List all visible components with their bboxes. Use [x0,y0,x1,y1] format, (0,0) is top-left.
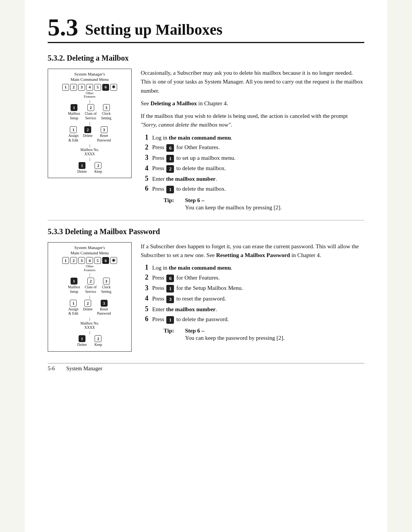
steps-list-532: 1 Log in the main command menu. 2 Press … [141,133,364,193]
bottom-box-delete-533: 1 [79,335,85,342]
step-text-2: Press 6 for Other Features. [152,144,364,152]
main-menu-row-532: 1 2 3 4 5 6 ✱ [51,84,128,91]
text-col-532: Occasionally, a Subscriber may ask you t… [141,69,364,211]
bottom-label-keep-533: Keep [94,343,102,347]
menu-item-533-6-filled: 6 [102,257,109,264]
tip-content-532: Step 6 – You can keep the mailbox by pre… [185,197,364,211]
bottom-delete-532: 1 Delete [77,162,87,174]
menu-item-4: 4 [86,84,93,91]
text-col-533: If a Subscriber does happen to forget it… [141,242,364,352]
other-features-532: OtherFeatures [51,92,128,99]
sub-item-533-clock: 3 ClockSetting [101,278,111,294]
step-533-6: 6 Press 1 to delete the password. [141,315,364,324]
menu-item-533-star: ✱ [110,257,117,264]
step-num-2: 2 [141,143,148,151]
diagram-532-col: System Manager'sMain Command Menu 1 2 3 … [48,69,132,211]
menu-item-5: 5 [94,84,101,91]
step-text-5: Enter the mailbox number. [152,176,364,182]
section-533: 5.3.3 Deleting a Mailbox Password System… [48,227,364,352]
step-532-3: 3 Press 1 to set up a mailbox menu. [141,154,364,162]
sub-item-reset: 3 ResetPassword [97,126,111,143]
sub-item-clock: 3 ClockSetting [101,104,111,121]
step-533-4: 4 Press 3 to reset the password. [141,294,364,303]
step-533-3: 3 Press 1 for the Setup Mailbox Menu. [141,284,364,293]
menu-item-533-4: 4 [86,257,93,264]
body-text-532-3: If the mailbox that you wish to delete i… [141,112,364,130]
sub-item-assign: 1 Assign& Edit [68,126,78,143]
tip-content-533: Step 6 – You can keep the password by pr… [185,328,364,341]
menu-item-1: 1 [62,84,69,91]
section-divider [48,220,364,220]
step-533-2: 2 Press 6 for Other Features. [141,273,364,282]
menu-item-533-5: 5 [94,257,101,264]
mailbox-no-532: Mailbox No.XXXX [51,148,128,157]
section-533-body: System Manager'sMain Command Menu 1 2 3 … [48,242,364,352]
sub-box-2: 2 [87,104,94,111]
step-532-4: 4 Press 2 to delete the mailbox. [141,164,364,173]
body-text-532-1: Occasionally, a Subscriber may ask you t… [141,69,364,95]
tip-text-532: You can keep the mailbox by pressing [2]… [185,204,282,211]
sub-box-1-filled: 1 [71,104,77,111]
step-532-6: 6 Press 1 to delete the mailbox. [141,185,364,193]
bottom-box-delete-532: 1 [79,162,85,169]
step-533-num-4: 4 [141,294,148,302]
sub-label-reset: ResetPassword [97,134,111,143]
menu-item-star: ✱ [110,84,117,91]
diagram-532-title: System Manager'sMain Command Menu [51,71,128,82]
diagram-533-col: System Manager'sMain Command Menu 1 2 3 … [48,242,132,352]
key-1-533-6: 1 [166,316,174,324]
connector-532-3: | [51,143,128,148]
sub-item-delete: 2 Delete [83,126,93,143]
subsection-533-heading: 5.3.3 Deleting a Mailbox Password [48,227,364,236]
sub-menu-row-532-1: 1 MailboxSetup 2 Class ofService 3 Clock… [51,104,128,121]
tip-text-533: You can keep the password by pressing [2… [185,335,285,341]
connector-532-2: | [51,121,128,125]
sub-box-3: 3 [103,104,110,111]
menu-item-2: 2 [70,84,77,91]
step-text-4: Press 2 to delete the mailbox. [152,165,364,173]
diagram-532: System Manager'sMain Command Menu 1 2 3 … [48,69,132,178]
step-num-5: 5 [141,175,148,183]
sub-item-533-reset: 3 ResetPassword [97,300,111,316]
step-533-num-1: 1 [141,264,148,272]
step-533-num-6: 6 [141,315,148,323]
mailbox-no-533: Mailbox No.XXXX [51,321,128,330]
sub-label-clock: ClockSetting [101,112,111,121]
connector-533-1: | [51,273,128,277]
footer-label: System Manager [66,366,102,372]
subsection-532-heading: 5.3.2. Deleting a Mailbox [48,54,364,63]
tip-step-title-533: Step 6 – [185,328,364,334]
body-text-532-2: See Deleting a Mailbox in Chapter 4. [141,99,364,108]
step-533-text-6: Press 1 to delete the password. [152,316,364,324]
tip-label-532: Tip: [164,197,179,211]
sub-box-533-delete: 2 [84,300,91,307]
step-533-text-1: Log in the main command menu. [152,265,364,271]
step-533-text-4: Press 3 to reset the password. [152,296,364,303]
sub-item-533-delete: 2 Delete [83,300,93,316]
sub-label-533-mailbox: MailboxSetup [68,285,80,294]
bottom-label-keep-532: Keep [94,170,102,174]
menu-item-533-3: 3 [78,257,85,264]
sub-box-533-1-filled: 1 [71,278,77,284]
step-532-1: 1 Log in the main command menu. [141,133,364,141]
body-text-533-1: If a Subscriber does happen to forget it… [141,242,364,260]
other-features-533: OtherFeatures [51,265,128,272]
tip-step-title-532: Step 6 – [185,197,364,204]
menu-item-533-1: 1 [62,257,69,264]
tip-label-533: Tip: [164,328,179,341]
step-text-3: Press 1 to set up a mailbox menu. [152,155,364,162]
sub-label-delete: Delete [83,134,93,138]
sub-box-reset: 3 [101,126,108,133]
sub-label-mailbox: MailboxSetup [68,112,80,121]
key-1-532-3: 1 [166,155,174,162]
step-num-4: 4 [141,164,148,172]
footer-page: 5-6 [48,366,55,372]
key-6-532-2: 6 [166,144,174,152]
sub-item-533-assign: 1 Assign& Edit [68,300,78,316]
bottom-keep-532: 2 Keep [94,162,102,174]
section-number: 5.3 [48,15,78,40]
bottom-box-keep-533: 2 [95,335,101,342]
connector-533-4: | [51,330,128,334]
menu-item-533-2: 2 [70,257,77,264]
sub-label-assign: Assign& Edit [68,134,78,143]
